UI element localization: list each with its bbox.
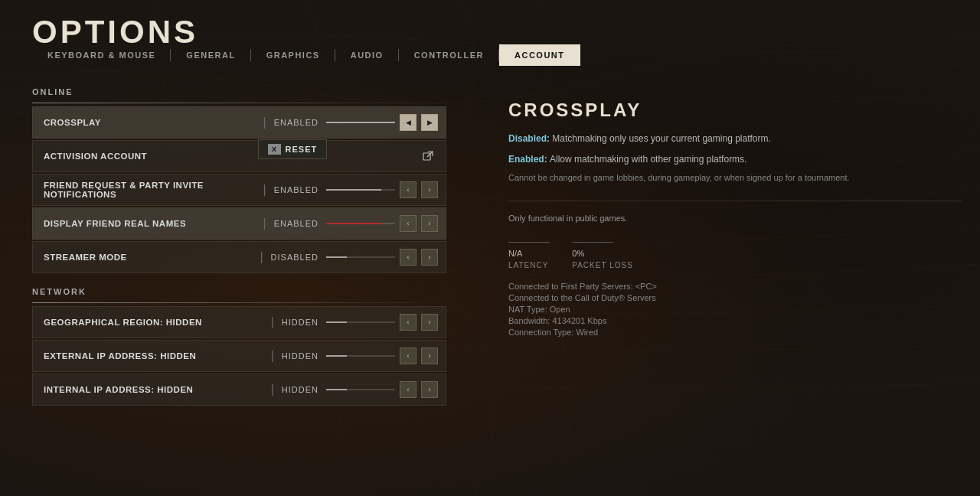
streamer-mode-row[interactable]: Streamer Mode | Disabled ‹ › — [32, 241, 446, 273]
geo-region-left-arrow[interactable]: ‹ — [400, 314, 416, 331]
external-ip-value-group: | Hidden ‹ › — [268, 348, 446, 364]
tab-general[interactable]: GENERAL — [171, 44, 250, 66]
geo-region-bar — [326, 321, 395, 323]
reset-label[interactable]: Reset — [286, 145, 318, 154]
latency-value: N/A — [508, 249, 549, 258]
geo-region-value-group: | Hidden ‹ › — [268, 314, 446, 331]
packet-dashes: -------------------- — [572, 237, 633, 246]
network-section-label: Network — [32, 287, 446, 296]
external-ip-bar-fill — [326, 355, 347, 357]
streamer-mode-value-group: | Disabled ‹ › — [256, 249, 446, 266]
streamer-mode-bar — [326, 256, 395, 258]
streamer-mode-label: Streamer Mode — [33, 253, 256, 262]
tab-controller[interactable]: CONTROLLER — [399, 44, 499, 66]
display-friend-right-arrow[interactable]: › — [421, 215, 438, 232]
friend-request-right-arrow[interactable]: › — [421, 181, 438, 198]
internal-ip-row[interactable]: Internal IP Address: Hidden | Hidden ‹ › — [32, 374, 446, 406]
crossplay-left-arrow[interactable]: ◀ — [400, 114, 416, 131]
internal-ip-label: Internal IP Address: Hidden — [33, 385, 268, 394]
latency-stat: -------------------- N/A Latency — [508, 237, 549, 269]
display-friend-value-group: | Enabled ‹ › — [260, 215, 446, 232]
internal-ip-right-arrow[interactable]: › — [421, 381, 438, 398]
content-wrapper: OPTIONS KEYBOARD & MOUSE GENERAL GRAPHIC… — [0, 0, 980, 496]
crossplay-row[interactable]: Crossplay | Enabled ◀ ▶ X Reset — [32, 106, 446, 139]
server-line-1: Connected to the Call of Duty® Servers — [508, 293, 962, 302]
external-ip-row[interactable]: External IP Address: Hidden | Hidden ‹ › — [32, 340, 446, 372]
display-friend-row[interactable]: Display Friend Real Names | Enabled ‹ › — [32, 207, 446, 240]
crossplay-right-arrow[interactable]: ▶ — [421, 114, 438, 131]
external-ip-pipe: | — [271, 349, 274, 363]
display-friend-label: Display Friend Real Names — [33, 219, 260, 228]
internal-ip-value-group: | Hidden ‹ › — [268, 381, 446, 398]
left-panel: Online Crossplay | Enabled ◀ ▶ X Reset A… — [0, 84, 479, 496]
streamer-mode-left-arrow[interactable]: ‹ — [400, 249, 416, 266]
geo-region-pipe: | — [271, 315, 274, 329]
packet-value: 0% — [572, 249, 633, 258]
server-info: Connected to First Party Servers: <PC> C… — [508, 282, 962, 337]
external-ip-label: External IP Address: Hidden — [33, 351, 268, 361]
streamer-mode-value: Disabled — [271, 253, 318, 262]
display-friend-pipe: | — [263, 217, 266, 230]
streamer-mode-bar-fill — [326, 256, 347, 258]
server-line-3: Bandwidth: 4134201 Kbps — [508, 316, 962, 325]
crossplay-label: Crossplay — [33, 118, 260, 127]
tab-keyboard-mouse[interactable]: KEYBOARD & MOUSE — [32, 44, 171, 66]
online-section-label: Online — [32, 87, 446, 96]
packet-label: Packet Loss — [572, 261, 633, 269]
disabled-desc: Matchmaking only uses your current gamin… — [552, 133, 770, 144]
friend-request-label: Friend Request & Party Invite Notificati… — [33, 181, 260, 199]
crossplay-bar-fill — [326, 122, 395, 123]
packet-loss-stat: -------------------- 0% Packet Loss — [572, 237, 633, 269]
external-ip-left-arrow[interactable]: ‹ — [400, 348, 416, 364]
display-friend-value: Enabled — [274, 219, 318, 228]
streamer-mode-pipe: | — [260, 250, 263, 264]
functional-note: Only functional in public games. — [508, 214, 962, 223]
friend-request-value: Enabled — [274, 185, 318, 194]
internal-ip-left-arrow[interactable]: ‹ — [400, 381, 416, 398]
friend-request-left-arrow[interactable]: ‹ — [400, 181, 416, 198]
network-stats: -------------------- N/A Latency -------… — [508, 237, 962, 269]
nav-tabs: KEYBOARD & MOUSE GENERAL GRAPHICS AUDIO … — [32, 44, 980, 66]
server-line-0: Connected to First Party Servers: <PC> — [508, 282, 962, 291]
external-ip-bar — [326, 355, 395, 357]
enabled-desc: Allow matchmaking with other gaming plat… — [550, 154, 746, 165]
display-friend-bar — [326, 223, 395, 224]
server-line-4: Connection Type: Wired — [508, 328, 962, 337]
external-link-icon[interactable] — [416, 145, 439, 168]
disabled-info: Disabled: Matchmaking only uses your cur… — [508, 132, 962, 146]
crossplay-value-group: | Enabled ◀ ▶ — [260, 114, 446, 131]
tab-audio[interactable]: AUDIO — [335, 44, 399, 66]
tab-account[interactable]: ACCOUNT — [499, 44, 580, 66]
display-friend-left-arrow[interactable]: ‹ — [400, 215, 416, 232]
geo-region-value: Hidden — [282, 318, 318, 327]
internal-ip-bar — [326, 389, 395, 390]
crossplay-value: Enabled — [274, 118, 318, 127]
activision-account-label: Activision Account — [33, 152, 416, 161]
reset-x-badge: X — [268, 144, 281, 155]
external-ip-value: Hidden — [282, 351, 318, 361]
friend-request-bar-fill — [326, 189, 381, 191]
online-divider — [32, 103, 446, 103]
enabled-info: Enabled: Allow matchmaking with other ga… — [508, 152, 962, 167]
geo-region-row[interactable]: Geographical Region: Hidden | Hidden ‹ › — [32, 306, 446, 338]
friend-request-pipe: | — [263, 183, 266, 197]
geo-region-right-arrow[interactable]: › — [421, 314, 438, 331]
reset-tooltip: X Reset — [258, 139, 327, 159]
info-title: CROSSPLAY — [508, 100, 962, 121]
right-panel: CROSSPLAY Disabled: Matchmaking only use… — [490, 84, 980, 496]
svg-rect-0 — [423, 153, 430, 160]
internal-ip-value: Hidden — [282, 385, 318, 394]
display-friend-bar-fill — [326, 223, 381, 224]
geo-region-bar-fill — [326, 321, 347, 323]
internal-ip-bar-fill — [326, 389, 347, 390]
disabled-keyword: Disabled: — [508, 133, 552, 144]
enabled-keyword: Enabled: — [508, 154, 550, 165]
external-ip-right-arrow[interactable]: › — [421, 348, 438, 364]
activision-account-row[interactable]: Activision Account — [32, 140, 446, 172]
streamer-mode-right-arrow[interactable]: › — [421, 249, 438, 266]
tab-graphics[interactable]: GRAPHICS — [251, 44, 335, 66]
internal-ip-pipe: | — [271, 383, 274, 396]
latency-label: Latency — [508, 261, 549, 269]
right-divider — [508, 201, 962, 201]
friend-request-row[interactable]: Friend Request & Party Invite Notificati… — [32, 174, 446, 206]
